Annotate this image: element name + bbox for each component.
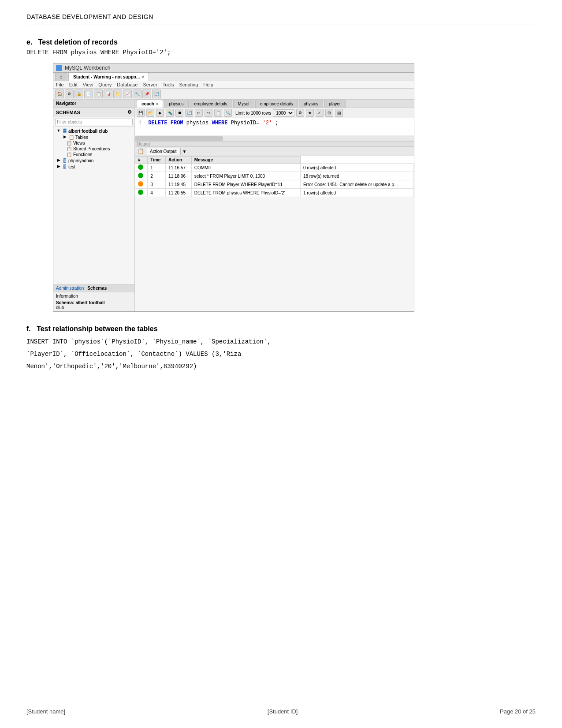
q-btn-refresh[interactable]: 🔄 xyxy=(185,109,193,117)
wb-hscroll[interactable] xyxy=(135,136,414,141)
tb-btn-8[interactable]: 📈 xyxy=(123,90,132,98)
tb-btn-11[interactable]: 🔄 xyxy=(152,90,161,98)
row-num: 1 xyxy=(148,164,166,172)
status-icon xyxy=(138,181,143,187)
filter-input[interactable] xyxy=(55,119,133,125)
output-selector-dropdown[interactable]: ▼ xyxy=(182,149,187,154)
q-btn-copy[interactable]: 📋 xyxy=(214,109,222,117)
wb-nav-tabs: Administration Schemas xyxy=(53,284,134,292)
q-btn-redo[interactable]: ↪ xyxy=(205,109,212,117)
q-btn-run-line[interactable]: 🔦 xyxy=(166,109,174,117)
footer-student-name: [Student name] xyxy=(26,708,65,715)
row-status-cell xyxy=(135,172,148,180)
schemas-gear-icon[interactable]: ⚙ xyxy=(127,109,132,115)
row-status-cell xyxy=(135,180,148,189)
action-output-tab[interactable]: Action Output xyxy=(146,148,181,155)
q-btn-check[interactable]: ✓ xyxy=(316,109,324,117)
table-row: 111:16:57COMMIT0 row(s) affected xyxy=(135,164,414,172)
tree-item-tables[interactable]: ▶ 📋 Tables xyxy=(53,134,134,140)
tb-btn-6[interactable]: 📊 xyxy=(104,90,112,98)
wb-output-toolbar: 📋 Action Output ▼ xyxy=(135,147,414,156)
tb-btn-5[interactable]: 📋 xyxy=(94,90,103,98)
tree-item-label-test: test xyxy=(68,164,75,169)
q-btn-layout[interactable]: ▤ xyxy=(335,109,343,117)
workbench-window: MySQL Workbench ⌂ Student - Warning - no… xyxy=(53,63,414,312)
row-time: 11:19:45 xyxy=(166,180,192,189)
tree-expand-icon-php: ▶ xyxy=(56,158,61,163)
wb-query-area[interactable]: 1 DELETE FROM physios WHERE PhysioID= '2… xyxy=(135,118,414,136)
wb-tree: ▼ 🗄 albert football club ▶ 📋 Tables 📋 Vi… xyxy=(53,127,134,284)
q-btn-grid[interactable]: ⊞ xyxy=(325,109,333,117)
tree-item-label-phpmyadmin: phpmyadmin xyxy=(68,158,93,163)
tree-item-phpmyadmin[interactable]: ▶ 🗄 phpmyadmin xyxy=(53,157,134,164)
wb-tab-close-icon[interactable]: × xyxy=(141,75,144,79)
tb-btn-3[interactable]: 🔒 xyxy=(74,90,83,98)
schema-info-sub: club xyxy=(56,305,132,310)
query-tab-player[interactable]: player xyxy=(324,100,346,108)
db-icon: 🗄 xyxy=(63,129,67,134)
menu-server[interactable]: Server xyxy=(143,82,157,87)
tree-item-label-tables: Tables xyxy=(75,135,88,140)
row-num: 3 xyxy=(148,180,166,189)
row-message: 18 row(s) returned xyxy=(300,172,413,180)
section-f-sql: INSERT INTO `physios`(`PhysioID`, `Physi… xyxy=(26,336,536,373)
query-tab-physics-2[interactable]: physics xyxy=(299,100,323,108)
section-f: f. Test relationship between the tables … xyxy=(26,325,536,373)
tree-item-views[interactable]: 📋 Views xyxy=(53,140,134,146)
q-btn-stop[interactable]: ⏹ xyxy=(175,109,183,117)
row-time: 11:16:57 xyxy=(166,164,192,172)
tb-btn-7[interactable]: 📁 xyxy=(113,90,122,98)
q-btn-undo[interactable]: ↩ xyxy=(195,109,203,117)
nav-tab-schemas[interactable]: Schemas xyxy=(87,286,107,291)
row-num: 4 xyxy=(148,189,166,197)
row-action: select * FROM Player LIMIT 0, 1000 xyxy=(191,172,300,180)
q-btn-search[interactable]: 🔍 xyxy=(224,109,232,117)
line-number-1: 1 xyxy=(138,120,141,126)
menu-tools[interactable]: Tools xyxy=(163,82,174,87)
tree-expand-icon-test: ▶ xyxy=(56,164,61,169)
menu-view[interactable]: View xyxy=(83,82,93,87)
tb-btn-2[interactable]: ⚙ xyxy=(65,90,74,98)
query-tab-employee-details-1[interactable]: employee details xyxy=(190,100,232,108)
menu-edit[interactable]: Edit xyxy=(69,82,78,87)
info-header-label: Information xyxy=(56,294,132,299)
row-message: 1 row(s) affected xyxy=(300,189,413,197)
functions-icon: 📋 xyxy=(67,152,72,157)
row-action: DELETE FROM physios WHERE PhysioID='2' xyxy=(191,189,300,197)
wb-schemas-title: SCHEMAS ⚙ xyxy=(53,108,134,117)
nav-tab-admin[interactable]: Administration xyxy=(56,286,84,291)
tb-btn-9[interactable]: 🔧 xyxy=(133,90,141,98)
query-tab-physics[interactable]: physics xyxy=(164,100,188,108)
limit-select[interactable]: 1000 xyxy=(273,109,294,117)
tree-item-stored-procs[interactable]: 📋 Stored Procedures xyxy=(53,146,134,152)
q-btn-open[interactable]: 📂 xyxy=(146,109,154,117)
q-btn-run[interactable]: ▶ xyxy=(156,109,164,117)
menu-scripting[interactable]: Scripting xyxy=(179,82,198,87)
query-tab-employee-details-2[interactable]: employee details xyxy=(255,100,298,108)
wb-navigator: Navigator SCHEMAS ⚙ ▼ 🗄 albert football … xyxy=(53,100,135,311)
test-db-icon: 🗄 xyxy=(63,164,67,169)
tree-item-functions[interactable]: 📋 Functions xyxy=(53,152,134,157)
views-icon: 📋 xyxy=(67,141,72,146)
wb-tab-home[interactable]: ⌂ xyxy=(55,73,67,81)
col-action: Action xyxy=(166,157,192,164)
action-output-table: # Time Action Message 111:16:57COMMIT0 r… xyxy=(135,156,414,197)
procs-icon: 📋 xyxy=(67,146,72,151)
query-tab-coach[interactable]: coach × xyxy=(137,100,163,108)
menu-query[interactable]: Query xyxy=(98,82,112,87)
q-btn-save[interactable]: 💾 xyxy=(137,109,145,117)
schemas-label: SCHEMAS xyxy=(56,110,80,115)
tb-btn-4[interactable]: 📄 xyxy=(84,90,93,98)
q-btn-more[interactable]: ⚙ xyxy=(296,109,304,117)
wb-tab-student[interactable]: Student - Warning - not suppo... × xyxy=(68,73,149,81)
tree-item-albert-db[interactable]: ▼ 🗄 albert football club xyxy=(53,128,134,134)
query-tab-coach-close[interactable]: × xyxy=(156,102,158,106)
menu-help[interactable]: Help xyxy=(203,82,213,87)
tb-btn-1[interactable]: 🏠 xyxy=(55,90,64,98)
tree-item-test[interactable]: ▶ 🗄 test xyxy=(53,164,134,170)
query-tab-mysql[interactable]: Mysql xyxy=(233,100,254,108)
tb-btn-10[interactable]: 📌 xyxy=(142,90,151,98)
menu-database[interactable]: Database xyxy=(117,82,138,87)
menu-file[interactable]: File xyxy=(56,82,64,87)
q-btn-star[interactable]: ★ xyxy=(306,109,314,117)
